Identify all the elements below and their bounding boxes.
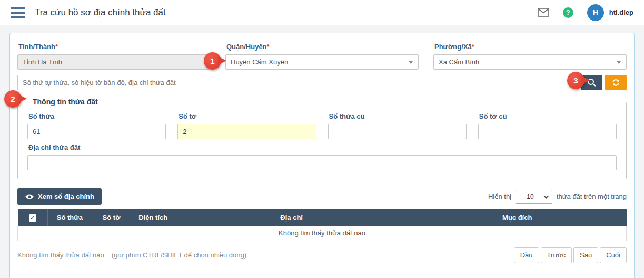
parcel-info-legend: Thông tin thửa đất <box>28 98 102 106</box>
empty-message: Không tìm thấy thửa đất nào <box>18 226 627 241</box>
hamburger-menu-icon[interactable] <box>11 5 25 20</box>
chevron-down-icon <box>543 193 549 198</box>
province-label: Tỉnh/Thành* <box>18 43 211 51</box>
so-thua-cu-label: Số thửa cũ <box>329 112 467 120</box>
per-page-control: Hiển thị 10 thửa đất trên một trang <box>488 190 627 204</box>
annotation-badge-3: 3 <box>567 72 584 89</box>
parcel-info-fieldset: Thông tin thửa đất Số thửa Số tờ 2 Số th… <box>17 98 627 179</box>
page-first-button[interactable]: Đầu <box>514 247 539 263</box>
empty-row: Không tìm thấy thửa đất nào <box>18 226 627 241</box>
topbar: Tra cứu hồ sơ địa chính thửa đất ? H hti… <box>0 0 644 25</box>
so-to-cu-input[interactable] <box>478 124 617 139</box>
so-thua-input[interactable] <box>27 124 166 139</box>
search-row <box>17 75 627 90</box>
header-dien-tich[interactable]: Diện tích <box>131 209 175 226</box>
pagination: Đầu Trước Sau Cuối <box>514 247 627 263</box>
per-page-prefix: Hiển thị <box>488 193 511 200</box>
annotation-badge-2: 2 <box>4 90 22 108</box>
help-icon[interactable]: ? <box>563 7 573 18</box>
page-title: Tra cứu hồ sơ địa chính thửa đất <box>35 7 166 18</box>
table-header-row: ✓ Số thửa Số tờ Diện tích Địa chỉ Mục đí… <box>18 209 627 226</box>
header-so-thua[interactable]: Số thửa <box>47 209 92 226</box>
search-input[interactable] <box>17 75 578 90</box>
refresh-button[interactable] <box>605 75 627 90</box>
header-muc-dich[interactable]: Mục đích <box>408 209 626 226</box>
avatar[interactable]: H <box>587 4 604 21</box>
so-thua-label: Số thửa <box>28 112 166 120</box>
dia-chi-label: Địa chỉ thửa đất <box>28 143 617 151</box>
eye-icon <box>25 194 34 200</box>
dia-chi-input[interactable] <box>27 155 617 170</box>
caret-down-icon <box>409 61 413 64</box>
district-select[interactable]: Huyện Cẩm Xuyên <box>225 54 419 70</box>
user-menu[interactable]: H hti.diep <box>587 4 633 21</box>
page-next-button[interactable]: Sau <box>573 247 598 263</box>
selection-hint: (giữ phím CTRL/SHIFT để chọn nhiều dòng) <box>112 251 246 259</box>
so-to-input[interactable]: 2 <box>177 124 316 139</box>
per-page-select[interactable]: 10 <box>516 190 552 204</box>
ward-label: Phường/Xã* <box>434 43 627 51</box>
mail-icon[interactable] <box>538 8 549 17</box>
header-dia-chi[interactable]: Địa chỉ <box>175 209 408 226</box>
so-to-cu-label: Số tờ cũ <box>479 112 617 120</box>
refresh-icon <box>611 78 620 87</box>
per-page-suffix: thửa đất trên một trang <box>557 193 627 200</box>
caret-down-icon <box>617 61 621 64</box>
text-cursor <box>187 128 187 136</box>
result-status: Không tìm thấy thửa đất nào <box>17 251 104 259</box>
page-last-button[interactable]: Cuối <box>600 247 627 263</box>
table-footer: Không tìm thấy thửa đất nào (giữ phím CT… <box>17 247 627 263</box>
header-so-to[interactable]: Số tờ <box>92 209 131 226</box>
username: hti.diep <box>609 8 633 16</box>
so-to-label: Số tờ <box>179 112 316 120</box>
so-thua-cu-input[interactable] <box>328 124 467 139</box>
view-cadastral-book-button[interactable]: Xem sổ địa chính <box>17 188 102 205</box>
province-input <box>17 54 211 70</box>
select-all-header[interactable]: ✓ <box>18 209 48 226</box>
page-prev-button[interactable]: Trước <box>541 247 572 263</box>
lookup-panel: Tỉnh/Thành* Quận/Huyện* Huyện Cẩm Xuyên … <box>9 33 635 278</box>
results-table: ✓ Số thửa Số tờ Diện tích Địa chỉ Mục đí… <box>17 209 627 241</box>
actions-row: Xem sổ địa chính Hiển thị 10 thửa đất tr… <box>17 188 627 205</box>
annotation-badge-1: 1 <box>204 52 221 70</box>
filter-row: Tỉnh/Thành* Quận/Huyện* Huyện Cẩm Xuyên … <box>17 41 627 70</box>
district-label: Quận/Huyện* <box>226 43 419 51</box>
ward-select[interactable]: Xã Cẩm Bình <box>433 54 627 70</box>
checkbox-icon[interactable]: ✓ <box>29 214 36 222</box>
